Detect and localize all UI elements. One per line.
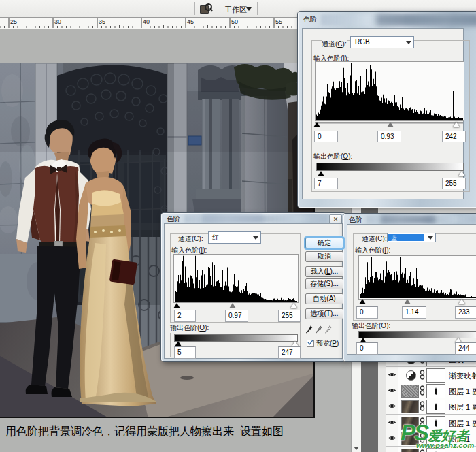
svg-text:45: 45: [187, 18, 194, 25]
svg-text:55: 55: [275, 18, 282, 25]
svg-text:40: 40: [143, 18, 150, 25]
svg-text:50: 50: [231, 18, 238, 25]
svg-text:35: 35: [99, 18, 105, 25]
svg-text:30: 30: [54, 18, 61, 25]
svg-text:25: 25: [10, 18, 17, 25]
